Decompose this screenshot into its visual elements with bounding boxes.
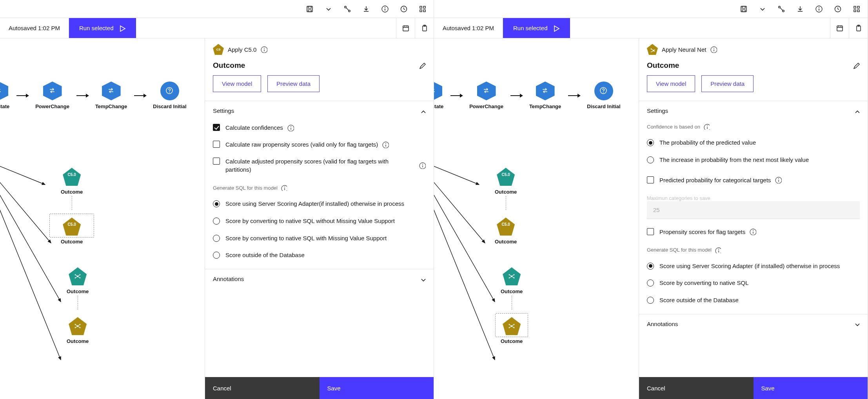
node-powerchange[interactable]: PowerChange	[469, 82, 503, 109]
node-powerchange[interactable]: PowerChange	[35, 82, 69, 109]
edit-icon[interactable]	[853, 62, 860, 69]
save-button[interactable]: Save	[754, 377, 868, 399]
run-selected-button[interactable]: Run selected	[69, 18, 136, 38]
radio-outside-db[interactable]	[213, 252, 220, 259]
node-neural-teal[interactable]: Outcome	[67, 267, 89, 294]
flow-icon[interactable]	[343, 5, 351, 13]
view-model-button[interactable]: View model	[213, 75, 261, 92]
annotations-label: Annotations	[213, 276, 244, 282]
info-icon[interactable]	[703, 123, 710, 130]
node-tempchange[interactable]: TempChange	[529, 82, 561, 109]
node-powerstate[interactable]: werState	[434, 82, 443, 109]
play-icon	[553, 25, 560, 32]
settings-toggle[interactable]: Settings	[639, 101, 868, 120]
preview-data-button[interactable]: Preview data	[701, 75, 754, 92]
radio-native-nomiss[interactable]	[213, 218, 220, 225]
node-c50-teal[interactable]: C5.0 Outcome	[489, 168, 523, 195]
annotations-section: Annotations	[639, 314, 868, 334]
grid-icon[interactable]	[419, 5, 427, 13]
node-neural-teal[interactable]: Outcome	[501, 267, 523, 294]
cancel-button[interactable]: Cancel	[639, 377, 754, 399]
run-selected-label: Run selected	[513, 25, 548, 31]
radio-increase-prob[interactable]	[647, 156, 654, 163]
edit-icon[interactable]	[419, 62, 426, 69]
clipboard-icon[interactable]	[849, 18, 868, 38]
radio-native-label: Score by converting to native SQL	[659, 279, 860, 287]
radio-prob-predicted-label: The probability of the predicted value	[659, 138, 860, 147]
grid-icon[interactable]	[853, 5, 861, 13]
flow-canvas[interactable]: werState PowerChange TempChange Discard …	[0, 38, 205, 399]
annotations-toggle[interactable]: Annotations	[639, 314, 868, 334]
node-discard-initial[interactable]: Discard Initial	[587, 82, 620, 109]
settings-toggle[interactable]: Settings	[205, 101, 434, 120]
save-icon[interactable]	[740, 5, 748, 13]
node-powerstate[interactable]: werState	[0, 82, 9, 109]
play-icon	[119, 25, 126, 32]
node-c50-teal[interactable]: C5.0 Outcome	[55, 168, 89, 195]
panel-header: C5 Apply C5.0	[205, 38, 434, 59]
cancel-button[interactable]: Cancel	[205, 377, 320, 399]
settings-section: Settings Confidence is based on The prob…	[639, 101, 868, 314]
radio-outside-db[interactable]	[647, 297, 654, 304]
checkbox-adjusted-propensity[interactable]	[213, 158, 220, 165]
info-icon[interactable]	[281, 185, 287, 191]
run-selected-button[interactable]: Run selected	[503, 18, 570, 38]
info-icon[interactable]	[382, 141, 389, 148]
radio-scoring-adapter[interactable]	[647, 263, 654, 270]
radio-scoring-adapter-label: Score using Server Scoring Adapter (if i…	[659, 262, 860, 270]
run-selected-label: Run selected	[79, 25, 114, 31]
node-neural-gold-selected[interactable]: Outcome	[501, 317, 523, 344]
info-icon[interactable]	[715, 247, 721, 253]
chevron-down-icon[interactable]	[759, 5, 766, 13]
panel-header: Apply Neural Net	[639, 38, 868, 59]
node-c50-gold-selected[interactable]: C5.0 Outcome	[55, 218, 89, 245]
annotations-label: Annotations	[647, 321, 678, 327]
settings-section: Settings Calculate confidences Calculate…	[205, 101, 434, 269]
download-icon[interactable]	[796, 5, 804, 13]
schedule-icon[interactable]	[830, 18, 849, 38]
schedule-icon[interactable]	[396, 18, 415, 38]
secondary-toolbar: Autosaved 1:02 PM Run selected	[0, 18, 434, 38]
info-icon[interactable]	[260, 46, 267, 53]
autosave-status: Autosaved 1:02 PM	[0, 18, 69, 38]
radio-scoring-adapter[interactable]	[213, 200, 220, 207]
node-c50-gold[interactable]: C5.0 Outcome	[489, 218, 523, 245]
view-model-button[interactable]: View model	[647, 75, 695, 92]
download-icon[interactable]	[362, 5, 370, 13]
checkbox-predicted-prob[interactable]	[647, 176, 654, 183]
save-icon[interactable]	[306, 5, 314, 13]
annotations-toggle[interactable]: Annotations	[205, 269, 434, 288]
info-icon[interactable]	[749, 228, 756, 235]
save-button[interactable]: Save	[320, 377, 434, 399]
checkbox-raw-propensity[interactable]	[213, 141, 220, 148]
node-tempchange[interactable]: TempChange	[95, 82, 127, 109]
flow-canvas[interactable]: werState PowerChange TempChange Discard …	[434, 38, 639, 399]
max-categories-input	[647, 201, 860, 219]
model-nugget-icon: C5	[213, 44, 224, 55]
arrow-icon	[568, 95, 580, 96]
node-neural-gold[interactable]: Outcome	[67, 317, 89, 344]
clipboard-icon[interactable]	[415, 18, 434, 38]
preview-data-button[interactable]: Preview data	[267, 75, 320, 92]
info-icon[interactable]	[775, 176, 782, 183]
history-icon[interactable]	[400, 5, 408, 13]
info-icon[interactable]	[815, 5, 823, 13]
info-icon[interactable]	[287, 124, 294, 131]
history-icon[interactable]	[834, 5, 842, 13]
checkbox-confidences[interactable]	[213, 124, 220, 131]
properties-panel: C5 Apply C5.0 Outcome View model Preview…	[205, 38, 434, 399]
flow-icon[interactable]	[777, 5, 785, 13]
info-icon[interactable]	[419, 162, 426, 169]
radio-native-sql[interactable]	[647, 279, 654, 287]
checkbox-propensity-flag[interactable]	[647, 228, 654, 235]
node-discard-initial[interactable]: Discard Initial	[153, 82, 186, 109]
panel-footer: Cancel Save	[639, 377, 868, 399]
flow-top-row: werState PowerChange TempChange Discard …	[434, 82, 621, 109]
radio-prob-predicted[interactable]	[647, 139, 654, 146]
chevron-up-icon	[853, 108, 860, 114]
info-icon[interactable]	[710, 46, 717, 53]
annotations-section: Annotations	[205, 269, 434, 288]
chevron-down-icon[interactable]	[325, 5, 332, 13]
info-icon[interactable]	[381, 5, 389, 13]
radio-native-miss[interactable]	[213, 235, 220, 242]
